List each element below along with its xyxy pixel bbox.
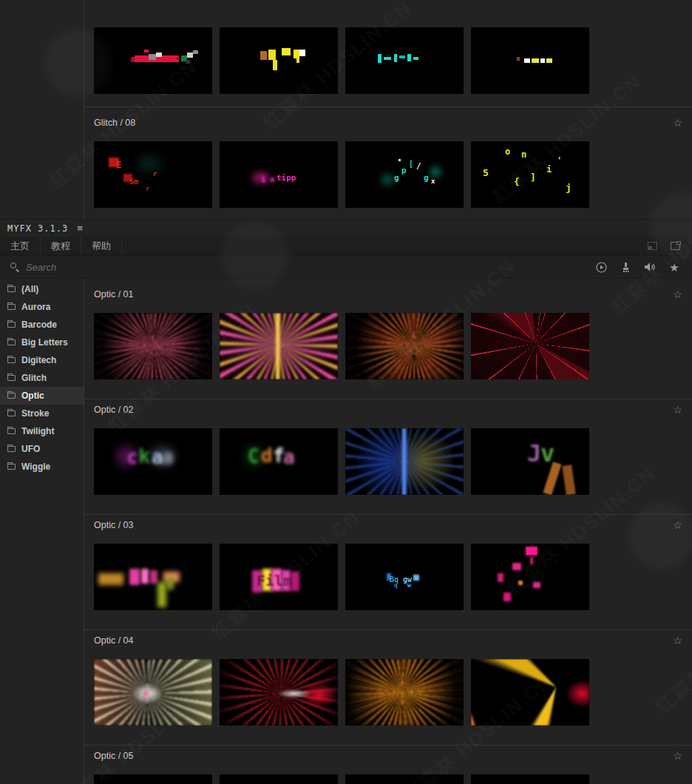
glitch-block [394,54,397,62]
preset-thumbnail[interactable]: on5'{]ij [471,141,589,208]
glitch-block [532,58,539,63]
preset-thumbnail[interactable] [94,27,212,94]
preset-grid: ckaaCdfaJv [84,428,692,495]
dock-panel-icon[interactable] [648,242,657,250]
myfx-plugin-window: Glitch / 08☆ESmrriatippgp[/gxon5'{]ij MY… [0,0,692,784]
preset-thumbnail[interactable] [471,774,589,784]
favorite-star-icon[interactable]: ☆ [673,751,682,761]
glitch-block [518,581,523,585]
glitch-glyph: w [407,583,411,589]
glitch-block [381,174,394,186]
sidebar-item-label: Wiggle [21,462,50,472]
favorite-star-icon[interactable]: ☆ [673,118,682,128]
thumbnail-art [345,313,464,379]
preset-thumbnail[interactable] [220,774,338,784]
glitch-glyph: v [540,442,554,465]
preset-thumbnail[interactable] [345,313,464,379]
folder-icon [7,393,16,399]
sidebar-item-barcode[interactable]: Barcode [0,316,84,334]
preset-thumbnail[interactable] [94,544,212,610]
glitch-block [430,166,441,178]
preset-thumbnail[interactable] [220,313,338,379]
glitch-glyph: c [126,447,138,467]
preset-section: Optic / 01☆ [84,279,692,399]
favorite-star-icon[interactable]: ☆ [673,405,682,415]
top-panel-sidebar [0,0,84,219]
play-icon[interactable] [595,261,607,273]
preset-thumbnail[interactable]: Jv [471,428,589,495]
sidebar-item-stroke[interactable]: Stroke [0,405,84,422]
preset-grid: FilmBqgwqw [84,544,692,610]
glitch-glyph: { [514,177,520,186]
search-input[interactable] [26,262,589,273]
sidebar-item-ufo[interactable]: UFO [0,440,84,458]
preset-grid [84,774,692,784]
sidebar-item-wiggle[interactable]: Wiggle [0,458,84,476]
preset-grid: ESmrriatippgp[/gxon5'{]ij [84,141,692,208]
preset-thumbnail[interactable] [94,774,212,784]
thumbnail-art [345,428,464,495]
thumbnail-art [220,313,338,379]
preset-thumbnail[interactable] [471,544,589,610]
tab-主页[interactable]: 主页 [0,237,41,255]
favorite-star-icon[interactable]: ☆ [673,520,682,530]
thumbnail-art [471,659,589,726]
float-panel-icon[interactable] [671,242,680,250]
preset-thumbnail[interactable] [220,659,338,726]
preset-section [84,0,692,107]
preset-thumbnail[interactable]: Film [220,544,338,610]
preset-grid [84,27,692,94]
glitch-block [137,155,162,172]
hamburger-menu-icon[interactable]: ≡ [77,223,83,234]
preset-thumbnail[interactable]: iatipp [220,141,338,208]
favorite-star-icon[interactable]: ☆ [673,635,682,646]
sidebar-item-twilight[interactable]: Twilight [0,422,84,440]
section-header: Optic / 03☆ [84,519,692,531]
preset-thumbnail[interactable] [471,659,589,726]
sidebar-item-optic[interactable]: Optic [0,387,84,405]
preset-thumbnail[interactable]: Cdfa [220,428,338,495]
glitch-glyph: tipp [277,174,296,182]
favorite-star-icon[interactable]: ☆ [673,289,682,300]
speaker-icon[interactable] [644,261,656,273]
preset-thumbnail[interactable] [471,27,589,94]
sidebar-item-glitch[interactable]: Glitch [0,369,84,387]
glitch-block [273,60,277,70]
preset-thumbnail[interactable] [345,27,464,94]
app-title: MYFX 3.1.3 [7,223,68,234]
tab-帮助[interactable]: 帮助 [81,237,122,255]
brush-icon[interactable] [620,261,631,273]
preset-thumbnail[interactable] [94,313,212,379]
tab-bar-spacer [122,237,648,255]
sidebar-item-aurora[interactable]: Aurora [0,298,84,316]
preset-thumbnail[interactable]: gp[/gx [345,141,464,208]
preset-thumbnail[interactable] [345,659,464,726]
preset-thumbnail[interactable]: ckaa [94,428,212,495]
glitch-block [157,582,166,607]
sidebar-item-label: Aurora [21,302,50,312]
sidebar-item-digitech[interactable]: Digitech [0,351,84,369]
preset-thumbnail[interactable] [94,659,212,726]
sidebar-item--all-[interactable]: (All) [0,280,84,298]
preset-thumbnail[interactable] [345,774,464,784]
glitch-block [546,58,552,63]
glitch-block [144,50,149,53]
thumbnail-art [345,659,464,726]
thumbnail-art [471,774,589,784]
preset-thumbnail[interactable]: ESmrr [94,141,212,208]
glitch-glyph: Film [257,573,292,588]
thumbnail-art [94,659,212,726]
glitch-glyph: i [261,175,266,183]
preset-thumbnail[interactable] [220,27,338,94]
sidebar-item-label: Optic [21,391,44,401]
favorites-star-icon[interactable]: ★ [668,261,680,273]
preset-thumbnail[interactable] [345,428,464,495]
glitch-glyph: a [270,175,275,183]
tab-教程[interactable]: 教程 [41,237,81,255]
preset-thumbnail[interactable] [471,313,589,379]
preset-thumbnail[interactable]: Bqgwqw [345,544,464,610]
sidebar-item-big-letters[interactable]: Big Letters [0,334,84,351]
glitch-block [186,60,190,64]
glitch-glyph: / [416,162,421,170]
thumbnail-art [94,774,212,784]
